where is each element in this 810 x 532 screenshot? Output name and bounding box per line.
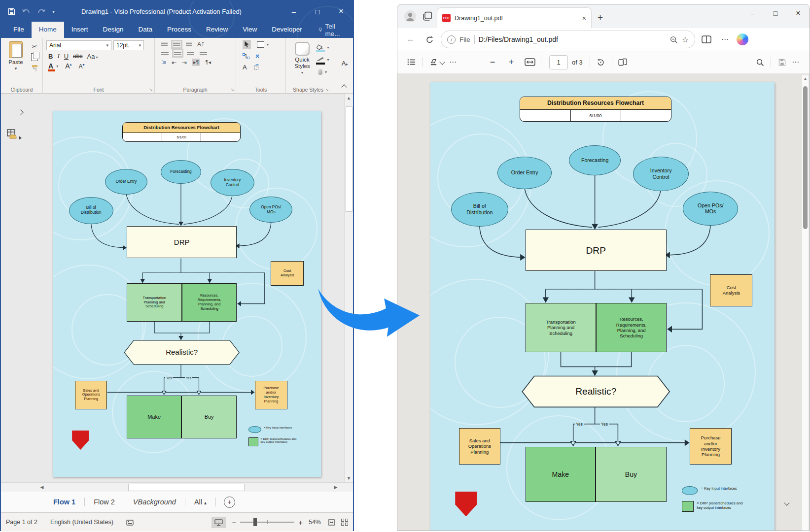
save-icon[interactable] (8, 8, 15, 15)
fill-color-icon[interactable]: ▾ (318, 43, 327, 51)
align-middle-icon[interactable] (173, 42, 180, 47)
node-drp[interactable]: DRP (127, 226, 237, 258)
scroll-up-icon[interactable]: ▲ (345, 94, 353, 102)
align-center-icon[interactable] (174, 51, 181, 56)
annotation-more-icon[interactable]: ⋯ (446, 55, 460, 69)
zoom-out-button[interactable]: − (232, 518, 236, 527)
page-tab-all[interactable]: All ▴ (185, 498, 215, 506)
split-screen-icon[interactable] (699, 32, 714, 47)
paste-button[interactable]: Paste ▾ (4, 40, 27, 85)
tell-me-box[interactable]: Tell me... (312, 22, 349, 38)
browser-tab[interactable]: PDF Drawing1_out.pdf × (437, 7, 592, 28)
connector-tool-icon[interactable] (243, 53, 249, 59)
node-bill-of-distribution[interactable]: Bill of Distribution (69, 197, 113, 224)
tab-file[interactable]: File (6, 22, 32, 38)
grow-font-button[interactable]: A▴ (65, 62, 71, 70)
horizontal-scroll-thumb[interactable] (128, 484, 245, 491)
pointer-tool-icon[interactable] (243, 40, 251, 49)
node-forecasting[interactable]: Forecasting (161, 160, 201, 184)
zoom-in-icon[interactable]: + (504, 55, 518, 69)
font-name-select[interactable]: Arial▾ (46, 40, 111, 50)
align-bottom-icon[interactable] (186, 42, 192, 47)
align-left-icon[interactable] (161, 51, 169, 56)
line-color-icon[interactable]: ▾ (318, 56, 327, 64)
ltr-icon[interactable]: ▸¶ (192, 59, 200, 66)
zoom-slider-thumb[interactable] (253, 518, 257, 526)
customize-qat-icon[interactable]: ▾ (52, 9, 55, 14)
underline-button[interactable]: U (64, 53, 69, 60)
macro-record-icon[interactable] (126, 519, 134, 526)
flowchart-title-banner[interactable]: Distribution Resources Flowchart6/1/00 (122, 122, 240, 142)
decrease-indent-icon[interactable]: ⇤ (172, 59, 176, 66)
expand-shapes-icon[interactable] (19, 107, 23, 116)
strikethrough-button[interactable]: abc (73, 53, 82, 60)
scroll-down-chevron-icon[interactable] (784, 500, 789, 505)
vertical-scroll-thumb[interactable] (346, 106, 352, 212)
align-right-icon[interactable] (187, 51, 194, 56)
toc-icon[interactable] (404, 55, 418, 69)
tab-view[interactable]: View (235, 22, 264, 38)
new-tab-button[interactable]: + (598, 12, 603, 23)
tab-process[interactable]: Process (160, 22, 199, 38)
format-painter-icon[interactable] (30, 64, 39, 72)
tab-close-icon[interactable]: × (582, 14, 586, 22)
pdf-vertical-scrollbar[interactable]: ▲ (802, 75, 809, 531)
node-make[interactable]: Make (127, 396, 181, 438)
save-icon[interactable] (775, 55, 789, 69)
tab-home[interactable]: Home (32, 22, 64, 38)
close-drawing-icon[interactable]: × (349, 22, 353, 38)
justify-icon[interactable] (200, 51, 207, 56)
minimize-button[interactable]: – (741, 4, 764, 22)
pdf-scroll-thumb[interactable] (803, 86, 808, 229)
copilot-icon[interactable] (737, 33, 748, 45)
presentation-mode-icon[interactable] (211, 517, 226, 528)
effects-icon[interactable]: ▾ (318, 68, 327, 76)
text-tool-icon[interactable]: A (243, 64, 247, 71)
page-view-icon[interactable] (616, 55, 630, 69)
page-tab-flow2[interactable]: Flow 2 (85, 498, 124, 506)
info-icon[interactable]: i (447, 35, 456, 44)
highlighter-icon[interactable] (426, 55, 440, 69)
rtl-icon[interactable]: ¶◂ (205, 59, 211, 66)
url-text[interactable]: D:/Files/Drawing1_out.pdf (479, 35, 666, 43)
page-tab-vbackground[interactable]: VBackground (124, 498, 185, 506)
node-cost-analysis[interactable]: Cost Analysis (271, 261, 304, 286)
collapse-ribbon-icon[interactable] (341, 84, 347, 90)
add-page-button[interactable]: + (224, 497, 235, 508)
fit-width-icon[interactable] (523, 55, 537, 69)
back-icon[interactable]: ← (403, 32, 418, 47)
connection-point-icon[interactable]: × (255, 52, 259, 60)
scroll-up-icon[interactable]: ▲ (802, 76, 809, 81)
search-icon[interactable] (753, 55, 767, 69)
scroll-right-icon[interactable]: ▶ (331, 483, 340, 491)
redo-icon[interactable] (37, 8, 46, 15)
language-indicator[interactable]: English (United States) (50, 519, 113, 526)
tab-data[interactable]: Data (131, 22, 160, 38)
node-inventory-control[interactable]: Inventory Control (211, 169, 254, 196)
pdf-more-icon[interactable]: ⋯ (789, 55, 803, 69)
scroll-down-icon[interactable]: ▼ (345, 474, 353, 482)
settings-more-icon[interactable]: ⋯ (718, 32, 733, 47)
cut-icon[interactable]: ✂ (30, 42, 39, 50)
font-color-button[interactable]: A (48, 62, 53, 70)
zoom-slider[interactable] (240, 522, 294, 523)
workspaces-icon[interactable] (420, 8, 435, 24)
shrink-font-button[interactable]: A▾ (79, 63, 85, 70)
tab-design[interactable]: Design (96, 22, 131, 38)
tab-developer[interactable]: Developer (264, 22, 310, 38)
minimize-button[interactable]: – (282, 1, 306, 22)
quick-styles-button[interactable]: Quick Styles ▾ (289, 40, 315, 85)
font-size-select[interactable]: 12pt.▾ (113, 40, 144, 50)
tab-review[interactable]: Review (199, 22, 235, 38)
change-case-button[interactable]: Aa ▾ (87, 53, 98, 60)
zoom-level[interactable]: 54% (309, 519, 321, 526)
highlighter-dropdown-icon[interactable] (439, 59, 445, 65)
rectangle-tool-icon[interactable] (257, 41, 264, 48)
copy-icon[interactable] (30, 53, 39, 61)
node-transportation[interactable]: Transportation Planning and Scheduling (127, 283, 182, 322)
bullets-icon[interactable]: ⁚≡ (161, 59, 166, 66)
scroll-left-icon[interactable]: ◀ (37, 483, 46, 491)
page-tab-flow1[interactable]: Flow 1 (44, 498, 84, 506)
page-indicator[interactable]: Page 1 of 2 (6, 519, 37, 526)
node-sales-ops[interactable]: Sales and Operations Planning (75, 381, 107, 409)
